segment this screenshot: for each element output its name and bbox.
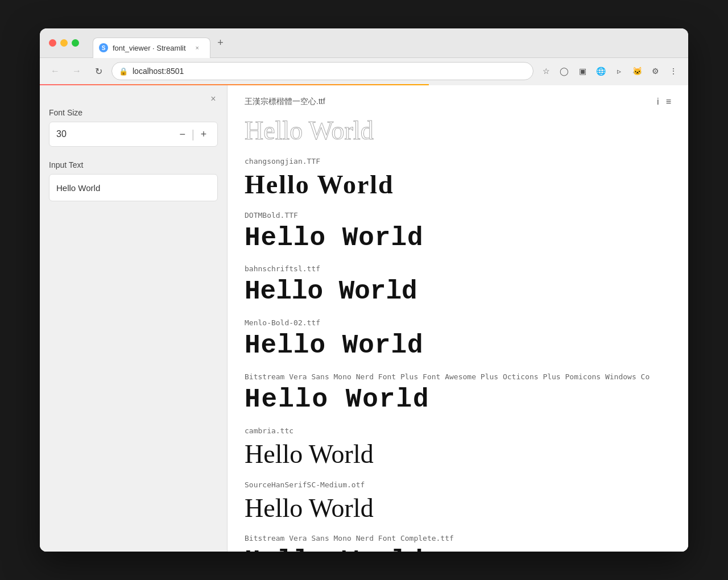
font-entry: changsongjian.TTFHello World bbox=[245, 157, 671, 202]
forward-button[interactable]: → bbox=[68, 63, 85, 80]
font-preview-text: Hello World bbox=[245, 222, 671, 256]
font-filename: Bitstream Vera Sans Mono Nerd Font Plus … bbox=[245, 372, 671, 381]
font-size-value: 30 bbox=[56, 129, 176, 139]
input-text-value: Hello World bbox=[56, 183, 100, 193]
font-entry: Bitstream Vera Sans Mono Nerd Font Compl… bbox=[245, 534, 671, 552]
font-entry: cambria.ttcHello World bbox=[245, 426, 671, 471]
font-size-separator: | bbox=[192, 128, 195, 141]
tab-favicon: S bbox=[99, 43, 108, 52]
font-preview-text: Hello World bbox=[245, 437, 671, 471]
input-text-field[interactable]: Hello World bbox=[49, 174, 218, 201]
extensions-button[interactable]: ⚙ bbox=[647, 63, 663, 79]
url-text: localhost:8501 bbox=[133, 67, 184, 76]
font-entry: Hello World bbox=[245, 114, 671, 148]
tab-close-button[interactable]: × bbox=[193, 43, 202, 52]
font-filename: DOTMBold.TTF bbox=[245, 211, 671, 219]
font-filename: changsongjian.TTF bbox=[245, 157, 671, 165]
font-entry: SourceHanSerifSC-Medium.otfHello World bbox=[245, 480, 671, 525]
tab-bar: S font_viewer · Streamlit × + bbox=[93, 33, 229, 53]
font-entry: Bitstream Vera Sans Mono Nerd Font Plus … bbox=[245, 372, 671, 417]
more-button[interactable]: ⋮ bbox=[665, 63, 681, 79]
input-text-label: Input Text bbox=[49, 160, 218, 169]
close-button[interactable] bbox=[49, 39, 56, 47]
nav-actions: ☆ ◯ ▣ 🌐 ▹ 🐱 ⚙ ⋮ bbox=[538, 63, 681, 79]
font-preview-text: Hello World bbox=[245, 491, 671, 525]
main-content: 王漢宗標楷體一空心.ttf i ≡ Hello Worldchangsongji… bbox=[228, 85, 688, 552]
first-font-name: 王漢宗標楷體一空心.ttf bbox=[245, 97, 325, 107]
sidebar-close-button[interactable]: × bbox=[206, 92, 220, 106]
font-entry: DOTMBold.TTFHello World bbox=[245, 211, 671, 256]
active-tab[interactable]: S font_viewer · Streamlit × bbox=[93, 38, 210, 58]
info-icon[interactable]: i bbox=[657, 97, 659, 107]
font-preview-text: Hello World bbox=[245, 545, 671, 552]
bookmark-button[interactable]: ☆ bbox=[538, 63, 554, 79]
font-filename: Bitstream Vera Sans Mono Nerd Font Compl… bbox=[245, 534, 671, 542]
back-button[interactable]: ← bbox=[47, 63, 64, 80]
menu-icon[interactable]: ≡ bbox=[666, 97, 671, 107]
title-bar: S font_viewer · Streamlit × + bbox=[40, 28, 688, 58]
lock-icon: 🔒 bbox=[119, 67, 128, 76]
minimize-button[interactable] bbox=[60, 39, 68, 47]
font-entry: bahnschriftsl.ttfHello World bbox=[245, 264, 671, 309]
content-header: 王漢宗標楷體一空心.ttf i ≡ bbox=[245, 97, 671, 107]
font-filename: bahnschriftsl.ttf bbox=[245, 264, 671, 273]
font-preview: Hello World bbox=[245, 114, 671, 148]
font-entry: Menlo-Bold-02.ttfHello World bbox=[245, 318, 671, 363]
content-header-actions: i ≡ bbox=[657, 97, 671, 107]
font-filename: cambria.ttc bbox=[245, 426, 671, 435]
traffic-lights bbox=[49, 39, 79, 47]
reload-button[interactable]: ↻ bbox=[90, 63, 107, 80]
fox-button[interactable]: 🐱 bbox=[629, 63, 645, 79]
font-preview-text: Hello World bbox=[245, 168, 671, 202]
font-filename: SourceHanSerifSC-Medium.otf bbox=[245, 480, 671, 489]
bitwarden-button[interactable]: ▣ bbox=[574, 63, 590, 79]
font-filename: Menlo-Bold-02.ttf bbox=[245, 318, 671, 327]
font-preview-text: Hello World bbox=[245, 329, 671, 363]
browser-window: S font_viewer · Streamlit × + ← → ↻ 🔒 lo… bbox=[40, 28, 688, 552]
shield-button[interactable]: ▹ bbox=[611, 63, 627, 79]
font-preview-text: Hello World bbox=[245, 383, 671, 417]
font-size-label: Font Size bbox=[49, 108, 218, 117]
sidebar: × Font Size 30 − | + Input Text Hello Wo… bbox=[40, 85, 228, 552]
maximize-button[interactable] bbox=[72, 39, 79, 47]
nav-bar: ← → ↻ 🔒 localhost:8501 ☆ ◯ ▣ 🌐 ▹ 🐱 ⚙ ⋮ bbox=[40, 58, 688, 85]
address-bar[interactable]: 🔒 localhost:8501 bbox=[111, 62, 533, 80]
account-button[interactable]: ◯ bbox=[556, 63, 572, 79]
font-list: Hello Worldchangsongjian.TTFHello WorldD… bbox=[245, 114, 671, 552]
decrement-button[interactable]: − bbox=[176, 127, 189, 141]
new-tab-button[interactable]: + bbox=[213, 35, 229, 51]
font-preview-text: Hello World bbox=[245, 275, 671, 309]
tab-title: font_viewer · Streamlit bbox=[113, 44, 186, 52]
browser-content: × Font Size 30 − | + Input Text Hello Wo… bbox=[40, 85, 688, 552]
increment-button[interactable]: + bbox=[197, 127, 210, 141]
translate-button[interactable]: 🌐 bbox=[593, 63, 609, 79]
font-size-control: 30 − | + bbox=[49, 122, 218, 147]
